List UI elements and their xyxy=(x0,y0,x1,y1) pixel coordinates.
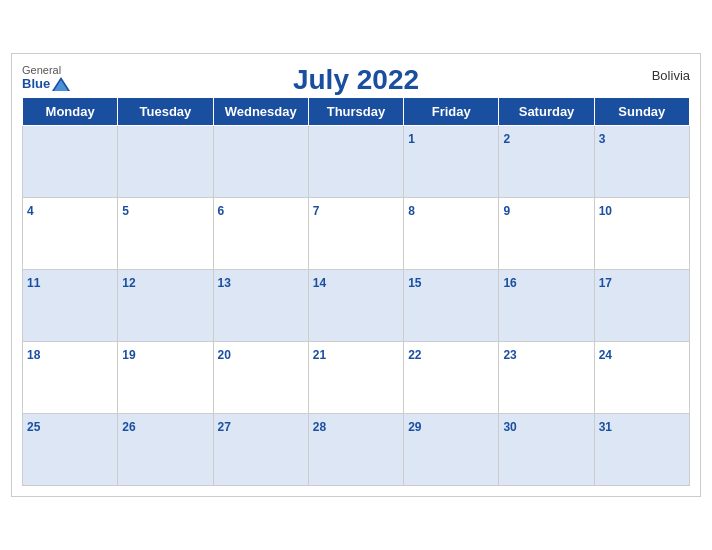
calendar-week-row: 45678910 xyxy=(23,198,690,270)
day-number: 18 xyxy=(27,348,40,362)
day-number: 31 xyxy=(599,420,612,434)
calendar-day-cell: 10 xyxy=(594,198,689,270)
calendar-day-cell xyxy=(308,126,403,198)
calendar-day-cell: 18 xyxy=(23,342,118,414)
day-number: 23 xyxy=(503,348,516,362)
day-number: 27 xyxy=(218,420,231,434)
day-number: 19 xyxy=(122,348,135,362)
calendar-day-cell xyxy=(213,126,308,198)
calendar-day-cell: 23 xyxy=(499,342,594,414)
calendar-day-cell: 9 xyxy=(499,198,594,270)
calendar-day-cell: 11 xyxy=(23,270,118,342)
calendar-header: General Blue July 2022 Bolivia xyxy=(22,64,690,91)
day-number: 22 xyxy=(408,348,421,362)
calendar-day-cell: 24 xyxy=(594,342,689,414)
day-number: 24 xyxy=(599,348,612,362)
calendar-day-cell: 28 xyxy=(308,414,403,486)
calendar-day-cell: 4 xyxy=(23,198,118,270)
day-number: 5 xyxy=(122,204,129,218)
day-number: 9 xyxy=(503,204,510,218)
calendar-day-cell: 17 xyxy=(594,270,689,342)
calendar-day-cell: 29 xyxy=(404,414,499,486)
header-thursday: Thursday xyxy=(308,98,403,126)
day-number: 28 xyxy=(313,420,326,434)
calendar-day-cell: 26 xyxy=(118,414,213,486)
calendar-week-row: 18192021222324 xyxy=(23,342,690,414)
calendar-day-cell: 15 xyxy=(404,270,499,342)
day-number: 25 xyxy=(27,420,40,434)
header-sunday: Sunday xyxy=(594,98,689,126)
day-number: 16 xyxy=(503,276,516,290)
calendar-day-cell: 5 xyxy=(118,198,213,270)
logo-area: General Blue xyxy=(22,64,102,91)
calendar-day-cell xyxy=(23,126,118,198)
calendar-day-cell: 21 xyxy=(308,342,403,414)
weekday-header-row: Monday Tuesday Wednesday Thursday Friday… xyxy=(23,98,690,126)
calendar-title: July 2022 xyxy=(293,64,419,96)
day-number: 14 xyxy=(313,276,326,290)
day-number: 17 xyxy=(599,276,612,290)
day-number: 30 xyxy=(503,420,516,434)
calendar-week-row: 11121314151617 xyxy=(23,270,690,342)
country-label: Bolivia xyxy=(610,64,690,83)
calendar-day-cell: 12 xyxy=(118,270,213,342)
header-wednesday: Wednesday xyxy=(213,98,308,126)
title-area: July 2022 xyxy=(293,64,419,96)
calendar-day-cell: 6 xyxy=(213,198,308,270)
header-friday: Friday xyxy=(404,98,499,126)
day-number: 6 xyxy=(218,204,225,218)
logo-icon xyxy=(52,77,70,91)
day-number: 26 xyxy=(122,420,135,434)
calendar-day-cell xyxy=(118,126,213,198)
header-tuesday: Tuesday xyxy=(118,98,213,126)
day-number: 1 xyxy=(408,132,415,146)
calendar-day-cell: 8 xyxy=(404,198,499,270)
calendar-day-cell: 30 xyxy=(499,414,594,486)
day-number: 8 xyxy=(408,204,415,218)
calendar-day-cell: 16 xyxy=(499,270,594,342)
day-number: 2 xyxy=(503,132,510,146)
day-number: 21 xyxy=(313,348,326,362)
calendar-grid: Monday Tuesday Wednesday Thursday Friday… xyxy=(22,97,690,486)
header-monday: Monday xyxy=(23,98,118,126)
day-number: 20 xyxy=(218,348,231,362)
calendar-day-cell: 7 xyxy=(308,198,403,270)
day-number: 3 xyxy=(599,132,606,146)
header-saturday: Saturday xyxy=(499,98,594,126)
day-number: 12 xyxy=(122,276,135,290)
calendar-day-cell: 22 xyxy=(404,342,499,414)
day-number: 11 xyxy=(27,276,40,290)
calendar-body: 1234567891011121314151617181920212223242… xyxy=(23,126,690,486)
day-number: 29 xyxy=(408,420,421,434)
calendar-day-cell: 20 xyxy=(213,342,308,414)
calendar-container: General Blue July 2022 Bolivia Monday Tu… xyxy=(11,53,701,497)
day-number: 4 xyxy=(27,204,34,218)
calendar-day-cell: 27 xyxy=(213,414,308,486)
calendar-day-cell: 31 xyxy=(594,414,689,486)
day-number: 10 xyxy=(599,204,612,218)
calendar-day-cell: 3 xyxy=(594,126,689,198)
calendar-week-row: 25262728293031 xyxy=(23,414,690,486)
calendar-day-cell: 1 xyxy=(404,126,499,198)
calendar-day-cell: 2 xyxy=(499,126,594,198)
day-number: 7 xyxy=(313,204,320,218)
calendar-week-row: 123 xyxy=(23,126,690,198)
day-number: 15 xyxy=(408,276,421,290)
calendar-day-cell: 13 xyxy=(213,270,308,342)
calendar-day-cell: 25 xyxy=(23,414,118,486)
logo-blue-text: Blue xyxy=(22,76,50,91)
calendar-day-cell: 14 xyxy=(308,270,403,342)
day-number: 13 xyxy=(218,276,231,290)
calendar-day-cell: 19 xyxy=(118,342,213,414)
logo-general-text: General xyxy=(22,64,61,76)
